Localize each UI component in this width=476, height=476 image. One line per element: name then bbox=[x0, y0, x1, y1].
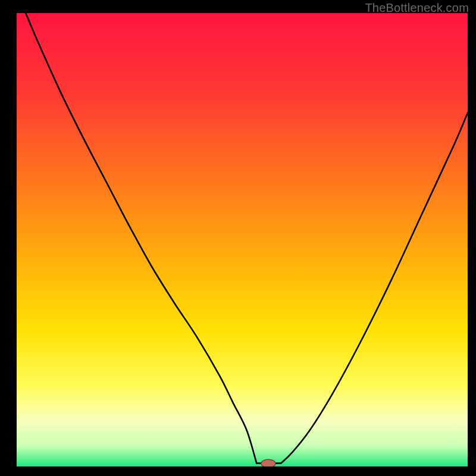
watermark-label: TheBottleneck.com bbox=[365, 1, 469, 15]
chart-frame: TheBottleneck.com bbox=[0, 0, 476, 476]
gradient-background bbox=[17, 13, 468, 466]
plot-area bbox=[17, 13, 468, 466]
chart-svg bbox=[17, 13, 468, 466]
optimal-marker bbox=[261, 459, 275, 466]
